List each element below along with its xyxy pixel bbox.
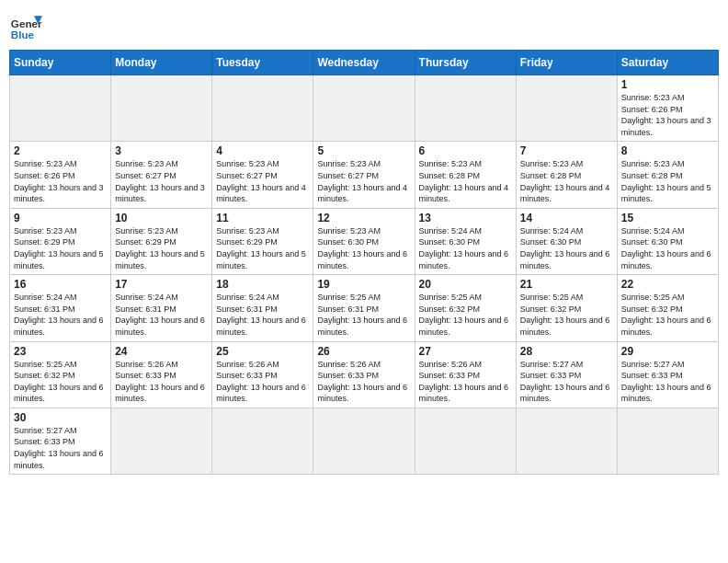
day-number: 19: [317, 278, 410, 291]
day-info: Sunrise: 5:23 AM Sunset: 6:30 PM Dayligh…: [317, 225, 410, 271]
week-row-4: 16Sunrise: 5:24 AM Sunset: 6:31 PM Dayli…: [10, 275, 719, 341]
day-number: 17: [115, 278, 208, 291]
day-number: 10: [115, 212, 208, 224]
day-cell: 6Sunrise: 5:23 AM Sunset: 6:28 PM Daylig…: [415, 142, 516, 208]
logo-icon: General Blue: [9, 9, 42, 42]
day-info: Sunrise: 5:23 AM Sunset: 6:28 PM Dayligh…: [621, 158, 714, 204]
day-info: Sunrise: 5:25 AM Sunset: 6:31 PM Dayligh…: [317, 292, 410, 338]
day-info: Sunrise: 5:23 AM Sunset: 6:27 PM Dayligh…: [115, 158, 208, 204]
day-info: Sunrise: 5:25 AM Sunset: 6:32 PM Dayligh…: [520, 292, 613, 338]
day-number: 30: [14, 411, 107, 424]
day-cell: [313, 408, 415, 474]
day-number: 20: [419, 278, 512, 291]
day-cell: 12Sunrise: 5:23 AM Sunset: 6:30 PM Dayli…: [313, 208, 415, 274]
day-number: 28: [520, 345, 613, 358]
day-info: Sunrise: 5:26 AM Sunset: 6:33 PM Dayligh…: [115, 359, 208, 405]
day-number: 22: [621, 278, 714, 291]
day-cell: 20Sunrise: 5:25 AM Sunset: 6:32 PM Dayli…: [415, 275, 516, 341]
day-cell: [415, 408, 516, 474]
day-number: 25: [216, 345, 309, 358]
day-info: Sunrise: 5:24 AM Sunset: 6:31 PM Dayligh…: [14, 292, 107, 338]
day-cell: 22Sunrise: 5:25 AM Sunset: 6:32 PM Dayli…: [617, 275, 718, 341]
day-number: 21: [520, 278, 613, 291]
day-info: Sunrise: 5:23 AM Sunset: 6:28 PM Dayligh…: [419, 158, 512, 204]
day-info: Sunrise: 5:24 AM Sunset: 6:30 PM Dayligh…: [419, 225, 512, 271]
day-cell: [111, 75, 212, 142]
day-cell: 9Sunrise: 5:23 AM Sunset: 6:29 PM Daylig…: [10, 208, 111, 274]
day-info: Sunrise: 5:25 AM Sunset: 6:32 PM Dayligh…: [14, 359, 107, 405]
day-number: 9: [14, 212, 107, 224]
day-cell: 14Sunrise: 5:24 AM Sunset: 6:30 PM Dayli…: [516, 208, 617, 274]
day-info: Sunrise: 5:23 AM Sunset: 6:28 PM Dayligh…: [520, 158, 613, 204]
day-info: Sunrise: 5:24 AM Sunset: 6:30 PM Dayligh…: [621, 225, 714, 271]
day-number: 26: [317, 345, 410, 358]
day-cell: 24Sunrise: 5:26 AM Sunset: 6:33 PM Dayli…: [111, 341, 212, 408]
days-header-row: SundayMondayTuesdayWednesdayThursdayFrid…: [10, 51, 719, 75]
calendar-header: General Blue: [9, 9, 719, 42]
day-number: 15: [621, 212, 714, 224]
day-header-friday: Friday: [516, 51, 617, 75]
day-info: Sunrise: 5:27 AM Sunset: 6:33 PM Dayligh…: [14, 425, 107, 471]
day-info: Sunrise: 5:26 AM Sunset: 6:33 PM Dayligh…: [216, 359, 309, 405]
week-row-5: 23Sunrise: 5:25 AM Sunset: 6:32 PM Dayli…: [10, 341, 719, 408]
day-cell: [212, 408, 313, 474]
day-header-wednesday: Wednesday: [313, 51, 415, 75]
day-number: 4: [216, 144, 309, 157]
day-cell: 28Sunrise: 5:27 AM Sunset: 6:33 PM Dayli…: [516, 341, 617, 408]
day-info: Sunrise: 5:26 AM Sunset: 6:33 PM Dayligh…: [317, 359, 410, 405]
day-cell: 7Sunrise: 5:23 AM Sunset: 6:28 PM Daylig…: [516, 142, 617, 208]
day-cell: 8Sunrise: 5:23 AM Sunset: 6:28 PM Daylig…: [617, 142, 718, 208]
week-row-1: 1Sunrise: 5:23 AM Sunset: 6:26 PM Daylig…: [10, 75, 719, 142]
day-cell: [10, 75, 111, 142]
day-cell: [313, 75, 415, 142]
day-number: 1: [621, 78, 714, 91]
day-cell: 4Sunrise: 5:23 AM Sunset: 6:27 PM Daylig…: [212, 142, 313, 208]
day-info: Sunrise: 5:23 AM Sunset: 6:26 PM Dayligh…: [14, 158, 107, 204]
day-info: Sunrise: 5:26 AM Sunset: 6:33 PM Dayligh…: [419, 359, 512, 405]
day-cell: 1Sunrise: 5:23 AM Sunset: 6:26 PM Daylig…: [617, 75, 718, 142]
day-number: 27: [419, 345, 512, 358]
day-cell: 30Sunrise: 5:27 AM Sunset: 6:33 PM Dayli…: [10, 408, 111, 474]
week-row-6: 30Sunrise: 5:27 AM Sunset: 6:33 PM Dayli…: [10, 408, 719, 474]
day-number: 6: [419, 144, 512, 157]
day-info: Sunrise: 5:27 AM Sunset: 6:33 PM Dayligh…: [621, 359, 714, 405]
day-number: 13: [419, 212, 512, 224]
day-cell: [212, 75, 313, 142]
day-info: Sunrise: 5:25 AM Sunset: 6:32 PM Dayligh…: [419, 292, 512, 338]
day-cell: [516, 408, 617, 474]
day-info: Sunrise: 5:23 AM Sunset: 6:26 PM Dayligh…: [621, 92, 714, 138]
day-number: 18: [216, 278, 309, 291]
day-header-sunday: Sunday: [10, 51, 111, 75]
day-info: Sunrise: 5:23 AM Sunset: 6:29 PM Dayligh…: [115, 225, 208, 271]
day-number: 8: [621, 144, 714, 157]
day-info: Sunrise: 5:23 AM Sunset: 6:27 PM Dayligh…: [317, 158, 410, 204]
day-number: 11: [216, 212, 309, 224]
day-number: 23: [14, 345, 107, 358]
day-cell: 29Sunrise: 5:27 AM Sunset: 6:33 PM Dayli…: [617, 341, 718, 408]
day-cell: [111, 408, 212, 474]
day-info: Sunrise: 5:23 AM Sunset: 6:29 PM Dayligh…: [216, 225, 309, 271]
day-cell: 16Sunrise: 5:24 AM Sunset: 6:31 PM Dayli…: [10, 275, 111, 341]
day-info: Sunrise: 5:25 AM Sunset: 6:32 PM Dayligh…: [621, 292, 714, 338]
day-cell: 2Sunrise: 5:23 AM Sunset: 6:26 PM Daylig…: [10, 142, 111, 208]
day-cell: 17Sunrise: 5:24 AM Sunset: 6:31 PM Dayli…: [111, 275, 212, 341]
day-cell: [516, 75, 617, 142]
day-number: 7: [520, 144, 613, 157]
day-cell: 21Sunrise: 5:25 AM Sunset: 6:32 PM Dayli…: [516, 275, 617, 341]
day-header-saturday: Saturday: [617, 51, 718, 75]
logo: General Blue: [9, 9, 42, 42]
day-number: 16: [14, 278, 107, 291]
day-cell: 10Sunrise: 5:23 AM Sunset: 6:29 PM Dayli…: [111, 208, 212, 274]
day-cell: [415, 75, 516, 142]
day-cell: 15Sunrise: 5:24 AM Sunset: 6:30 PM Dayli…: [617, 208, 718, 274]
day-number: 24: [115, 345, 208, 358]
svg-text:Blue: Blue: [11, 29, 35, 40]
day-cell: [617, 408, 718, 474]
day-cell: 19Sunrise: 5:25 AM Sunset: 6:31 PM Dayli…: [313, 275, 415, 341]
day-header-monday: Monday: [111, 51, 212, 75]
day-info: Sunrise: 5:24 AM Sunset: 6:30 PM Dayligh…: [520, 225, 613, 271]
day-number: 2: [14, 144, 107, 157]
day-cell: 13Sunrise: 5:24 AM Sunset: 6:30 PM Dayli…: [415, 208, 516, 274]
week-row-2: 2Sunrise: 5:23 AM Sunset: 6:26 PM Daylig…: [10, 142, 719, 208]
day-cell: 25Sunrise: 5:26 AM Sunset: 6:33 PM Dayli…: [212, 341, 313, 408]
